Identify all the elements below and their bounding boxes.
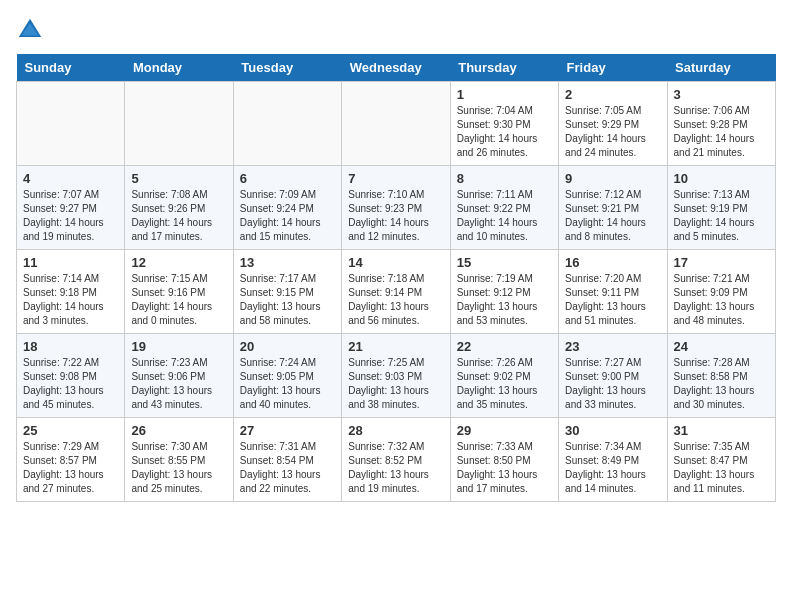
day-number: 3: [674, 87, 769, 102]
calendar-cell: 1Sunrise: 7:04 AMSunset: 9:30 PMDaylight…: [450, 82, 558, 166]
day-number: 30: [565, 423, 660, 438]
header: [16, 16, 776, 44]
calendar-cell: 3Sunrise: 7:06 AMSunset: 9:28 PMDaylight…: [667, 82, 775, 166]
week-row: 4Sunrise: 7:07 AMSunset: 9:27 PMDaylight…: [17, 166, 776, 250]
calendar-cell: 15Sunrise: 7:19 AMSunset: 9:12 PMDayligh…: [450, 250, 558, 334]
weekday-header-sunday: Sunday: [17, 54, 125, 82]
day-info: Sunrise: 7:14 AMSunset: 9:18 PMDaylight:…: [23, 272, 118, 328]
day-number: 17: [674, 255, 769, 270]
week-row: 25Sunrise: 7:29 AMSunset: 8:57 PMDayligh…: [17, 418, 776, 502]
day-info: Sunrise: 7:34 AMSunset: 8:49 PMDaylight:…: [565, 440, 660, 496]
day-info: Sunrise: 7:21 AMSunset: 9:09 PMDaylight:…: [674, 272, 769, 328]
day-number: 4: [23, 171, 118, 186]
day-number: 28: [348, 423, 443, 438]
day-number: 10: [674, 171, 769, 186]
weekday-header-thursday: Thursday: [450, 54, 558, 82]
day-info: Sunrise: 7:25 AMSunset: 9:03 PMDaylight:…: [348, 356, 443, 412]
day-number: 18: [23, 339, 118, 354]
day-info: Sunrise: 7:32 AMSunset: 8:52 PMDaylight:…: [348, 440, 443, 496]
calendar-cell: 17Sunrise: 7:21 AMSunset: 9:09 PMDayligh…: [667, 250, 775, 334]
weekday-header-row: SundayMondayTuesdayWednesdayThursdayFrid…: [17, 54, 776, 82]
calendar-cell: 26Sunrise: 7:30 AMSunset: 8:55 PMDayligh…: [125, 418, 233, 502]
calendar-cell: 22Sunrise: 7:26 AMSunset: 9:02 PMDayligh…: [450, 334, 558, 418]
calendar-cell: 14Sunrise: 7:18 AMSunset: 9:14 PMDayligh…: [342, 250, 450, 334]
weekday-header-wednesday: Wednesday: [342, 54, 450, 82]
day-number: 13: [240, 255, 335, 270]
day-number: 21: [348, 339, 443, 354]
day-number: 16: [565, 255, 660, 270]
calendar-cell: 19Sunrise: 7:23 AMSunset: 9:06 PMDayligh…: [125, 334, 233, 418]
day-info: Sunrise: 7:11 AMSunset: 9:22 PMDaylight:…: [457, 188, 552, 244]
calendar-cell: 30Sunrise: 7:34 AMSunset: 8:49 PMDayligh…: [559, 418, 667, 502]
day-info: Sunrise: 7:29 AMSunset: 8:57 PMDaylight:…: [23, 440, 118, 496]
calendar-cell: 5Sunrise: 7:08 AMSunset: 9:26 PMDaylight…: [125, 166, 233, 250]
day-number: 22: [457, 339, 552, 354]
calendar-cell: 8Sunrise: 7:11 AMSunset: 9:22 PMDaylight…: [450, 166, 558, 250]
weekday-header-tuesday: Tuesday: [233, 54, 341, 82]
weekday-header-monday: Monday: [125, 54, 233, 82]
calendar-cell: 20Sunrise: 7:24 AMSunset: 9:05 PMDayligh…: [233, 334, 341, 418]
day-info: Sunrise: 7:26 AMSunset: 9:02 PMDaylight:…: [457, 356, 552, 412]
calendar-cell: [342, 82, 450, 166]
day-info: Sunrise: 7:07 AMSunset: 9:27 PMDaylight:…: [23, 188, 118, 244]
day-info: Sunrise: 7:30 AMSunset: 8:55 PMDaylight:…: [131, 440, 226, 496]
calendar-cell: 13Sunrise: 7:17 AMSunset: 9:15 PMDayligh…: [233, 250, 341, 334]
day-number: 5: [131, 171, 226, 186]
day-info: Sunrise: 7:31 AMSunset: 8:54 PMDaylight:…: [240, 440, 335, 496]
day-number: 15: [457, 255, 552, 270]
day-info: Sunrise: 7:23 AMSunset: 9:06 PMDaylight:…: [131, 356, 226, 412]
calendar-cell: 27Sunrise: 7:31 AMSunset: 8:54 PMDayligh…: [233, 418, 341, 502]
calendar-cell: 18Sunrise: 7:22 AMSunset: 9:08 PMDayligh…: [17, 334, 125, 418]
day-info: Sunrise: 7:20 AMSunset: 9:11 PMDaylight:…: [565, 272, 660, 328]
calendar-cell: 29Sunrise: 7:33 AMSunset: 8:50 PMDayligh…: [450, 418, 558, 502]
day-info: Sunrise: 7:24 AMSunset: 9:05 PMDaylight:…: [240, 356, 335, 412]
day-number: 19: [131, 339, 226, 354]
day-number: 6: [240, 171, 335, 186]
day-info: Sunrise: 7:06 AMSunset: 9:28 PMDaylight:…: [674, 104, 769, 160]
week-row: 1Sunrise: 7:04 AMSunset: 9:30 PMDaylight…: [17, 82, 776, 166]
day-info: Sunrise: 7:35 AMSunset: 8:47 PMDaylight:…: [674, 440, 769, 496]
day-number: 26: [131, 423, 226, 438]
day-number: 27: [240, 423, 335, 438]
day-info: Sunrise: 7:18 AMSunset: 9:14 PMDaylight:…: [348, 272, 443, 328]
day-info: Sunrise: 7:10 AMSunset: 9:23 PMDaylight:…: [348, 188, 443, 244]
calendar-cell: 6Sunrise: 7:09 AMSunset: 9:24 PMDaylight…: [233, 166, 341, 250]
day-info: Sunrise: 7:13 AMSunset: 9:19 PMDaylight:…: [674, 188, 769, 244]
day-number: 29: [457, 423, 552, 438]
day-number: 8: [457, 171, 552, 186]
calendar-cell: 11Sunrise: 7:14 AMSunset: 9:18 PMDayligh…: [17, 250, 125, 334]
weekday-header-saturday: Saturday: [667, 54, 775, 82]
day-number: 2: [565, 87, 660, 102]
day-number: 25: [23, 423, 118, 438]
day-number: 7: [348, 171, 443, 186]
day-number: 9: [565, 171, 660, 186]
weekday-header-friday: Friday: [559, 54, 667, 82]
calendar-cell: 21Sunrise: 7:25 AMSunset: 9:03 PMDayligh…: [342, 334, 450, 418]
day-number: 23: [565, 339, 660, 354]
day-info: Sunrise: 7:28 AMSunset: 8:58 PMDaylight:…: [674, 356, 769, 412]
day-info: Sunrise: 7:05 AMSunset: 9:29 PMDaylight:…: [565, 104, 660, 160]
calendar-cell: 16Sunrise: 7:20 AMSunset: 9:11 PMDayligh…: [559, 250, 667, 334]
day-number: 14: [348, 255, 443, 270]
calendar-cell: 2Sunrise: 7:05 AMSunset: 9:29 PMDaylight…: [559, 82, 667, 166]
calendar-table: SundayMondayTuesdayWednesdayThursdayFrid…: [16, 54, 776, 502]
day-info: Sunrise: 7:19 AMSunset: 9:12 PMDaylight:…: [457, 272, 552, 328]
calendar-cell: 9Sunrise: 7:12 AMSunset: 9:21 PMDaylight…: [559, 166, 667, 250]
day-number: 11: [23, 255, 118, 270]
calendar-cell: 25Sunrise: 7:29 AMSunset: 8:57 PMDayligh…: [17, 418, 125, 502]
calendar-cell: 31Sunrise: 7:35 AMSunset: 8:47 PMDayligh…: [667, 418, 775, 502]
day-info: Sunrise: 7:17 AMSunset: 9:15 PMDaylight:…: [240, 272, 335, 328]
logo: [16, 16, 48, 44]
day-info: Sunrise: 7:33 AMSunset: 8:50 PMDaylight:…: [457, 440, 552, 496]
day-number: 31: [674, 423, 769, 438]
calendar-cell: [17, 82, 125, 166]
week-row: 18Sunrise: 7:22 AMSunset: 9:08 PMDayligh…: [17, 334, 776, 418]
calendar-cell: 28Sunrise: 7:32 AMSunset: 8:52 PMDayligh…: [342, 418, 450, 502]
day-info: Sunrise: 7:12 AMSunset: 9:21 PMDaylight:…: [565, 188, 660, 244]
day-info: Sunrise: 7:09 AMSunset: 9:24 PMDaylight:…: [240, 188, 335, 244]
calendar-cell: 23Sunrise: 7:27 AMSunset: 9:00 PMDayligh…: [559, 334, 667, 418]
calendar-cell: [125, 82, 233, 166]
day-number: 24: [674, 339, 769, 354]
day-number: 20: [240, 339, 335, 354]
day-number: 1: [457, 87, 552, 102]
